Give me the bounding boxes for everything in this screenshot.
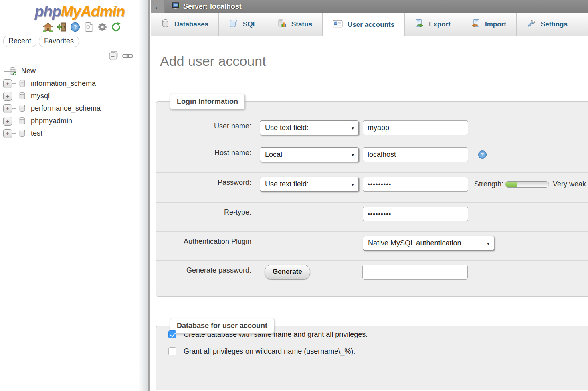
user-name-type-select[interactable]: Use text field: ▼	[260, 120, 359, 135]
create-database-checkbox[interactable]	[168, 330, 176, 338]
breadcrumb: Server: localhost	[172, 2, 242, 11]
tab-label: Status	[291, 20, 312, 28]
recent-button[interactable]: Recent	[3, 36, 36, 47]
tab-settings[interactable]: Settings	[517, 13, 578, 36]
database-icon	[18, 104, 26, 113]
link-panels-icon[interactable]	[122, 53, 133, 59]
strength-label: Strength:	[474, 180, 503, 188]
tree-item-new[interactable]: New	[0, 65, 148, 77]
select-value: Use text field:	[265, 124, 309, 132]
databases-icon	[161, 19, 170, 30]
select-value: Use text field:	[265, 180, 309, 188]
retype-row: Re-type:	[156, 202, 588, 231]
password-strength-meter	[505, 181, 549, 188]
generate-password-row: Generate password: Generate	[156, 260, 588, 290]
tab-export[interactable]: Export	[405, 13, 461, 36]
database-icon	[18, 129, 26, 138]
documentation-icon[interactable]	[83, 22, 94, 32]
tab-label: Import	[485, 20, 506, 28]
chevron-down-icon: ▼	[351, 182, 355, 186]
strength-value: Very weak	[553, 180, 586, 188]
tree-item-label[interactable]: information_schema	[31, 79, 96, 88]
tree-stub	[12, 108, 16, 109]
breadcrumb-server-label[interactable]: Server: localhost	[183, 2, 242, 11]
expand-icon[interactable]: +	[3, 104, 12, 113]
tab-label: Databases	[174, 20, 208, 28]
expand-icon[interactable]: +	[3, 129, 12, 138]
retype-password-input[interactable]	[363, 207, 468, 221]
tab-status[interactable]: Status	[267, 13, 323, 36]
sql-icon	[229, 19, 238, 30]
checkbox-label[interactable]: Grant all privileges on wildcard name (u…	[184, 347, 355, 356]
logo-myadmin-text: MyAdmin	[61, 3, 125, 20]
user-name-input[interactable]	[363, 120, 468, 135]
select-value: Native MySQL authentication	[368, 239, 461, 247]
expand-icon[interactable]: +	[3, 79, 12, 88]
login-information-fieldset: Login Information User name: Use text fi…	[156, 101, 588, 297]
user-accounts-icon	[333, 20, 343, 30]
host-name-input[interactable]	[363, 147, 468, 162]
tree-item-label[interactable]: performance_schema	[31, 104, 101, 113]
password-strength-fill	[505, 182, 517, 187]
page-title: Add user account	[160, 53, 266, 69]
database-for-user-fieldset: Database for user account Create databas…	[156, 326, 588, 390]
password-row: Password: Use text field: ▼ Strength: Ve…	[156, 172, 588, 202]
tree-stub	[12, 96, 16, 96]
tree-stub	[12, 121, 16, 121]
database-tree: New + information_schema + mysql + perfo…	[0, 65, 148, 140]
password-input[interactable]	[363, 177, 468, 192]
tree-item-mysql[interactable]: + mysql	[0, 90, 148, 102]
tree-controls	[0, 51, 133, 61]
auth-plugin-select[interactable]: Native MySQL authentication ▼	[363, 236, 494, 251]
home-icon[interactable]	[42, 22, 53, 32]
reload-icon[interactable]	[111, 22, 121, 32]
database-for-user-legend: Database for user account	[170, 318, 274, 334]
settings-wrench-icon	[527, 19, 536, 30]
generated-password-input[interactable]	[362, 265, 468, 280]
tree-connector	[4, 61, 16, 72]
server-icon	[172, 2, 180, 11]
database-icon	[18, 117, 26, 125]
help-icon[interactable]: ?	[70, 22, 81, 32]
password-strength: Strength: Very weak	[474, 180, 586, 188]
back-button[interactable]: ←	[151, 0, 165, 13]
database-icon	[18, 92, 26, 100]
panel-splitter[interactable]	[148, 0, 151, 391]
host-type-select[interactable]: Local ▼	[260, 147, 359, 162]
password-type-select[interactable]: Use text field: ▼	[260, 177, 359, 192]
generate-button[interactable]: Generate	[265, 265, 310, 280]
log-out-icon[interactable]	[56, 22, 67, 32]
tab-sql[interactable]: SQL	[219, 13, 267, 36]
grant-wildcard-checkbox[interactable]	[168, 347, 176, 355]
chevron-down-icon: ▼	[351, 152, 355, 157]
collapse-all-icon[interactable]	[108, 51, 119, 61]
tree-item-test[interactable]: + test	[0, 127, 148, 140]
expand-icon[interactable]: +	[3, 92, 12, 101]
tree-item-label[interactable]: New	[21, 67, 36, 75]
auth-plugin-label: Authentication Plugin	[168, 232, 251, 246]
host-name-label: Host name:	[168, 143, 251, 157]
database-icon	[18, 79, 26, 88]
tree-item-phpmyadmin[interactable]: + phpmyadmin	[0, 115, 148, 127]
tree-stub	[12, 133, 16, 134]
tab-user-accounts[interactable]: User accounts	[323, 13, 405, 36]
import-icon	[471, 19, 480, 30]
export-icon	[415, 19, 424, 30]
tab-databases[interactable]: Databases	[151, 13, 219, 36]
tree-item-performance-schema[interactable]: + performance_schema	[0, 102, 148, 115]
host-help-icon[interactable]: ?	[478, 150, 487, 159]
settings-gear-icon[interactable]	[97, 22, 108, 32]
tab-label: SQL	[243, 20, 257, 28]
tree-item-label[interactable]: mysql	[31, 92, 50, 100]
login-information-legend: Login Information	[170, 94, 245, 109]
tree-stub	[12, 83, 16, 84]
tab-import[interactable]: Import	[461, 13, 517, 36]
tree-item-label[interactable]: test	[31, 129, 42, 138]
favorites-button[interactable]: Favorites	[39, 36, 79, 47]
expand-icon[interactable]: +	[3, 117, 12, 126]
svg-text:?: ?	[73, 24, 77, 30]
tree-item-information-schema[interactable]: + information_schema	[0, 77, 148, 90]
phpmyadmin-logo[interactable]: phpMyAdmin	[0, 3, 148, 20]
grant-wildcard-option[interactable]: Grant all privileges on wildcard name (u…	[168, 343, 588, 360]
tree-item-label[interactable]: phpmyadmin	[31, 117, 72, 125]
